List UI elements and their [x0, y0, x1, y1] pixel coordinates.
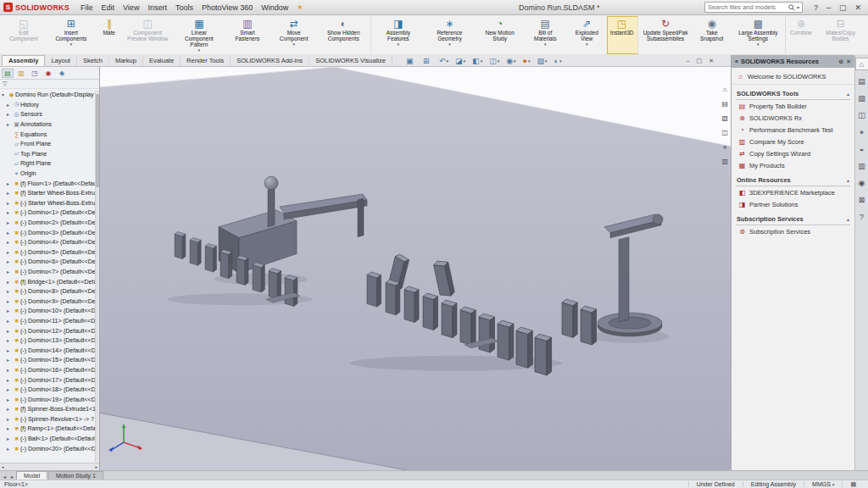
- viewport-edge-tool[interactable]: ◫: [721, 129, 728, 136]
- ball[interactable]: [264, 176, 278, 190]
- task-pane-tab[interactable]: ●: [856, 126, 868, 137]
- expand-arrow-icon[interactable]: ▸: [7, 239, 13, 245]
- tree-item[interactable]: ▸ ■ (-) Domino<8> (Default<<Def...: [0, 286, 99, 297]
- viewport-3d-scene[interactable]: [100, 67, 731, 470]
- graphics-area[interactable]: ⌂▤▧◫●▥: [100, 67, 731, 470]
- ribbon-button[interactable]: ◔ New Motion Study ▾: [476, 16, 525, 54]
- command-tab[interactable]: SOLIDWORKS Add-ins: [231, 56, 309, 66]
- tree-item[interactable]: ▸ ■ (-) Domino<7> (Default<<Def...: [0, 267, 99, 277]
- expand-arrow-icon[interactable]: ▸: [7, 102, 13, 108]
- tree-vertical-scrollbar[interactable]: [95, 91, 99, 462]
- command-tab[interactable]: Layout: [45, 56, 77, 66]
- command-tab[interactable]: SOLIDWORKS Visualize: [309, 56, 392, 66]
- ribbon-button[interactable]: ◫ Component Preview Window ▾: [122, 16, 174, 54]
- pin-icon[interactable]: ⊙: [838, 58, 843, 65]
- ribbon-button[interactable]: ◱ Edit Component ▾: [2, 16, 46, 54]
- ribbon-button[interactable]: ∗ Reference Geometry ▾: [424, 16, 476, 54]
- ribbon-button[interactable]: ▩ Large Assembly Settings ▾: [732, 16, 786, 54]
- menu-item[interactable]: Insert: [143, 3, 171, 12]
- task-pane-link[interactable]: ◔ Performance Benchmark Test: [736, 124, 850, 136]
- task-pane-tab[interactable]: ◉: [856, 177, 868, 188]
- tree-item[interactable]: ▸ ■ (-) Ball<1> (Default<<Default...: [0, 434, 99, 444]
- doc-minimize-button[interactable]: –: [687, 58, 690, 64]
- task-pane-tab[interactable]: ▤: [856, 75, 868, 86]
- task-pane-tab[interactable]: ◒: [856, 143, 868, 154]
- heads-up-tool[interactable]: ▣ ▾: [406, 57, 416, 65]
- tree-item[interactable]: ▸ ■ (-) Domino<17> (Default<<De...: [0, 374, 99, 385]
- viewport-edge-tool[interactable]: ⌂: [723, 86, 727, 93]
- manager-tab[interactable]: ▥: [16, 69, 26, 77]
- heads-up-tool[interactable]: ↶ ▾: [439, 57, 448, 65]
- command-tab[interactable]: Assembly: [2, 55, 45, 66]
- manager-tab[interactable]: ◈: [57, 69, 67, 77]
- task-pane-tab[interactable]: ⌂: [856, 58, 868, 69]
- minimize-button[interactable]: –: [826, 3, 831, 12]
- tree-item[interactable]: ▸ ■ (f) Bridge<1> (Default<<Defau...: [0, 276, 99, 286]
- tree-item[interactable]: ▱ Right Plane: [0, 158, 99, 169]
- heads-up-tool[interactable]: ⊞ ▾: [423, 57, 432, 65]
- task-pane-tab[interactable]: ▥: [856, 160, 868, 171]
- heads-up-tool[interactable]: ◐ ▾: [554, 57, 562, 65]
- tree-item[interactable]: ▸ ■ (-) Domino<5> (Default<<Def...: [0, 247, 99, 258]
- tree-item[interactable]: ▸ ■ (-) Domino<19> (Default<<De...: [0, 394, 99, 404]
- tree-item[interactable]: ▸ ■ (f) Spinner-Boss-Extrude1<1>...: [0, 404, 99, 414]
- manager-tab[interactable]: ▤: [3, 69, 13, 77]
- ribbon-button[interactable]: ▥ Smart Fasteners ▾: [225, 16, 270, 54]
- command-tab[interactable]: Evaluate: [143, 56, 181, 66]
- heads-up-tool[interactable]: ◉ ▾: [506, 57, 515, 65]
- doc-restore-button[interactable]: ▢: [697, 58, 703, 64]
- heads-up-tool[interactable]: ◧ ▾: [472, 57, 482, 65]
- expand-arrow-icon[interactable]: ▸: [7, 111, 13, 117]
- tree-item[interactable]: ⌖ Origin: [0, 169, 99, 179]
- chevron-up-icon[interactable]: ▴: [847, 177, 849, 183]
- task-pane-link[interactable]: ⊚ Subscription Services: [736, 225, 850, 237]
- section-header[interactable]: Subscription Services ▴: [736, 214, 850, 225]
- expand-arrow-icon[interactable]: ▸: [7, 279, 13, 285]
- model-tab[interactable]: Model: [16, 471, 47, 480]
- tree-item[interactable]: ▱ Top Plane: [0, 149, 99, 159]
- ribbon-button[interactable]: ∥ Mate ▾: [97, 16, 122, 54]
- task-pane-link[interactable]: ◨ Partner Solutions: [736, 198, 850, 210]
- tree-item[interactable]: ▱ Front Plane: [0, 139, 99, 149]
- tree-item[interactable]: ▸ ■ (-) Domino<10> (Default<<De...: [0, 306, 99, 316]
- task-pane-link[interactable]: ⇄ Copy Settings Wizard: [736, 147, 850, 159]
- heads-up-tool[interactable]: ▨ ▾: [537, 57, 548, 65]
- command-tab[interactable]: Render Tools: [181, 56, 231, 66]
- expand-arrow-icon[interactable]: ▸: [7, 298, 13, 304]
- scrollbar-thumb[interactable]: [96, 94, 99, 187]
- menu-item[interactable]: Edit: [97, 3, 120, 12]
- task-pane-close-icon[interactable]: ✕: [846, 58, 851, 65]
- expand-arrow-icon[interactable]: ▸: [7, 288, 13, 294]
- model-tab[interactable]: Motion Study 1: [48, 471, 103, 480]
- tree-item[interactable]: ▸ ■ (-) Spinner-Revolve<1> -> ? (...: [0, 414, 99, 424]
- menu-item[interactable]: Window: [257, 3, 292, 12]
- task-pane-tab[interactable]: ⊠: [856, 194, 868, 205]
- task-pane-link[interactable]: ▤ Property Tab Builder: [736, 100, 850, 112]
- ribbon-button[interactable]: ↻ Update SpeedPak Subassemblies ▾: [640, 16, 692, 54]
- heads-up-tool[interactable]: ● ▾: [523, 57, 531, 65]
- expand-arrow-icon[interactable]: ▸: [7, 367, 13, 373]
- tree-item[interactable]: ▸ ■ (f) Ramp<1> (Default<<Defau...: [0, 424, 99, 434]
- tab-scroll-left-icon[interactable]: ◂: [1, 474, 8, 480]
- ribbon-button[interactable]: ⇗ Exploded View ▾: [566, 16, 607, 54]
- filter-icon[interactable]: ▽: [3, 80, 7, 87]
- tree-item[interactable]: ▸ ◎ Sensors: [0, 109, 99, 119]
- tree-item[interactable]: ▸ ■ (-) Domino<12> (Default<<De...: [0, 325, 99, 336]
- tree-item[interactable]: ▸ ■ (-) Starter Wheel-Boss-Extrude...: [0, 198, 99, 208]
- floor-plane[interactable]: [100, 67, 731, 470]
- menu-item[interactable]: Tools: [171, 3, 198, 12]
- tab-scroll-right-icon[interactable]: ▸: [8, 474, 16, 480]
- help-button[interactable]: ?: [814, 3, 818, 12]
- expand-arrow-icon[interactable]: ▸: [7, 377, 13, 383]
- ribbon-button[interactable]: ⊞ Insert Components ▾: [46, 16, 97, 54]
- close-button[interactable]: ✕: [854, 3, 861, 12]
- welcome-link[interactable]: ⌂ Welcome to SOLIDWORKS: [732, 69, 854, 85]
- expand-arrow-icon[interactable]: ▸: [7, 435, 13, 441]
- expand-arrow-icon[interactable]: ▸: [7, 200, 13, 206]
- command-tab[interactable]: Markup: [109, 56, 143, 66]
- search-box[interactable]: ▾: [704, 2, 803, 13]
- expand-arrow-icon[interactable]: ▸: [7, 446, 13, 452]
- expand-arrow-icon[interactable]: ▸: [7, 249, 13, 255]
- maximize-button[interactable]: ▢: [839, 3, 847, 12]
- chevron-up-icon[interactable]: ▴: [847, 216, 849, 222]
